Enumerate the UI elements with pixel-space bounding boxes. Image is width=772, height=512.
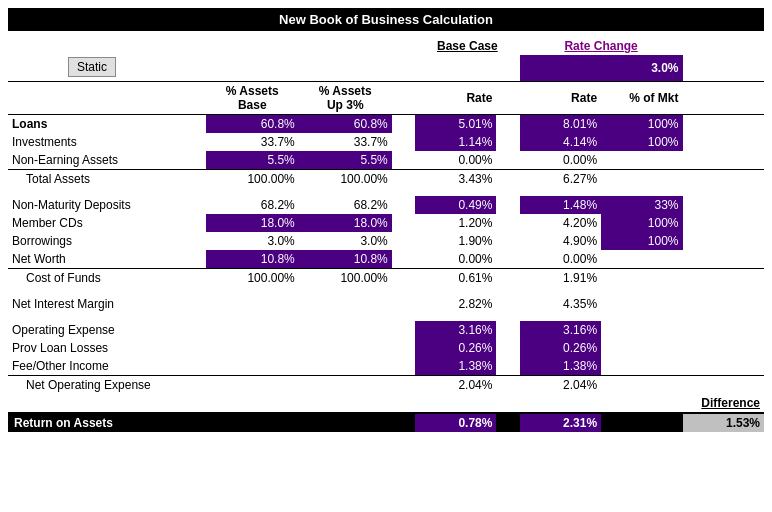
table-row: Operating Expense 3.16% 3.16% — [8, 321, 764, 339]
table-row: Fee/Other Income 1.38% 1.38% — [8, 357, 764, 376]
base-case-header: Base Case — [415, 37, 520, 55]
static-button[interactable]: Static — [68, 57, 116, 77]
page-title: New Book of Business Calculation — [8, 8, 764, 31]
table-row: Non-Maturity Deposits 68.2% 68.2% 0.49% … — [8, 196, 764, 214]
table-row: Member CDs 18.0% 18.0% 1.20% 4.20% 100% — [8, 214, 764, 232]
nim-row: Net Interest Margin 2.82% 4.35% — [8, 295, 764, 313]
rate-change-header: Rate Change — [520, 37, 683, 55]
base-rate-header: Rate — [415, 82, 496, 115]
rate-change-value: 3.0% — [520, 55, 683, 82]
table-row: Non-Earning Assets 5.5% 5.5% 0.00% 0.00% — [8, 151, 764, 170]
roa-row: Return on Assets 0.78% 2.31% 1.53% — [8, 413, 764, 432]
rc-rate-header: Rate — [520, 82, 601, 115]
table-row: Prov Loan Losses 0.26% 0.26% — [8, 339, 764, 357]
net-op-expense-row: Net Operating Expense 2.04% 2.04% — [8, 376, 764, 395]
pct-mkt-header: % of Mkt — [601, 82, 682, 115]
main-container: New Book of Business Calculation Base Ca… — [0, 0, 772, 440]
table-row: Borrowings 3.0% 3.0% 1.90% 4.90% 100% — [8, 232, 764, 250]
table-row: Loans 60.8% 60.8% 5.01% 8.01% 100% — [8, 115, 764, 134]
table-row: Investments 33.7% 33.7% 1.14% 4.14% 100% — [8, 133, 764, 151]
table-row: Net Worth 10.8% 10.8% 0.00% 0.00% — [8, 250, 764, 269]
difference-header-row: Difference — [8, 394, 764, 413]
total-assets-row: Total Assets 100.00% 100.00% 3.43% 6.27% — [8, 170, 764, 189]
cost-of-funds-row: Cost of Funds 100.00% 100.00% 0.61% 1.91… — [8, 269, 764, 288]
